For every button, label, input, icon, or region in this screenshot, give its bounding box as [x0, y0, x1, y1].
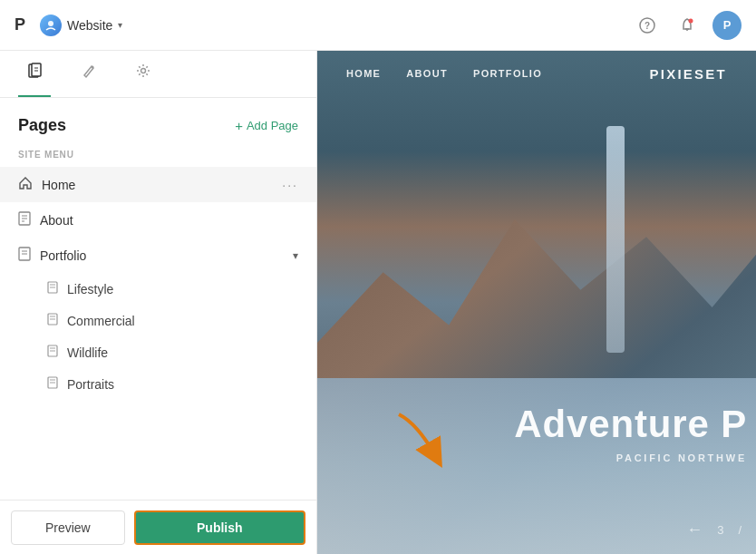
- sidebar-bottom: Preview Publish: [0, 500, 316, 554]
- preview-background: HOME ABOUT PORTFOLIO PIXIESET Adventure …: [317, 51, 756, 554]
- preview-area: HOME ABOUT PORTFOLIO PIXIESET Adventure …: [317, 51, 756, 554]
- chevron-down-icon: ▾: [118, 20, 122, 30]
- preview-brand: PIXIESET: [649, 66, 727, 82]
- sidebar-content: Pages + Add Page SITE MENU Home ···: [0, 98, 316, 500]
- preview-controls: ← 3 /: [686, 520, 741, 539]
- top-bar: P Website ▾ ? P: [0, 0, 756, 51]
- plus-icon: +: [235, 118, 243, 133]
- preview-nav-about: ABOUT: [406, 68, 448, 79]
- user-avatar-button[interactable]: P: [712, 11, 741, 40]
- add-page-button[interactable]: + Add Page: [235, 118, 298, 133]
- tab-settings[interactable]: [127, 51, 160, 97]
- site-name-label: Website: [67, 18, 112, 33]
- commercial-label: Commercial: [67, 314, 135, 328]
- site-name-button[interactable]: Website ▾: [40, 15, 122, 36]
- commercial-page-icon: [47, 313, 58, 328]
- style-tab-icon: [81, 63, 97, 83]
- lifestyle-page-icon: [47, 281, 58, 296]
- page-slash: /: [738, 523, 741, 537]
- portfolio-label: Portfolio: [40, 248, 287, 263]
- sidebar-title: Pages: [18, 116, 66, 135]
- tab-pages[interactable]: [18, 51, 51, 97]
- svg-text:?: ?: [645, 21, 650, 31]
- pages-tab-icon: [26, 63, 43, 83]
- add-page-label: Add Page: [247, 119, 298, 132]
- nav-item-portfolio[interactable]: Portfolio ▾: [0, 238, 316, 273]
- preview-nav-portfolio: PORTFOLIO: [473, 68, 542, 79]
- preview-nav: HOME ABOUT PORTFOLIO PIXIESET: [317, 51, 756, 96]
- settings-tab-icon: [135, 63, 151, 83]
- sidebar-header: Pages + Add Page: [0, 116, 316, 150]
- sub-nav-item-lifestyle[interactable]: Lifestyle: [0, 273, 316, 305]
- portfolio-dropdown-icon[interactable]: ▾: [293, 249, 298, 262]
- waterfall-shape: [606, 126, 625, 353]
- portraits-label: Portraits: [67, 377, 114, 392]
- preview-hero-subtitle: PACIFIC NORTHWE: [514, 452, 747, 463]
- site-menu-label: SITE MENU: [0, 150, 316, 167]
- sidebar: Pages + Add Page SITE MENU Home ···: [0, 51, 317, 554]
- help-button[interactable]: ?: [633, 11, 662, 40]
- portraits-page-icon: [47, 376, 58, 392]
- nav-item-about[interactable]: About: [0, 202, 316, 238]
- nav-item-home[interactable]: Home ···: [0, 167, 316, 202]
- svg-point-11: [141, 69, 146, 73]
- site-icon: [40, 15, 62, 36]
- preview-button[interactable]: Preview: [11, 510, 125, 545]
- sub-nav-item-wildlife[interactable]: Wildlife: [0, 336, 316, 368]
- app-logo: P: [15, 15, 25, 34]
- svg-rect-7: [32, 63, 41, 76]
- svg-point-10: [92, 66, 94, 69]
- wildlife-page-icon: [47, 345, 58, 360]
- home-icon: [18, 176, 33, 193]
- svg-point-0: [48, 21, 53, 26]
- preview-nav-home: HOME: [346, 68, 381, 79]
- sub-nav-item-commercial[interactable]: Commercial: [0, 305, 316, 336]
- lifestyle-label: Lifestyle: [67, 282, 113, 296]
- portfolio-page-icon: [18, 247, 31, 264]
- preview-hero-title: Adventure P: [514, 403, 747, 445]
- sidebar-tabs: [0, 51, 316, 98]
- notifications-button[interactable]: [673, 11, 702, 40]
- preview-nav-links: HOME ABOUT PORTFOLIO: [346, 68, 542, 79]
- prev-arrow-icon[interactable]: ←: [686, 520, 703, 539]
- page-number: 3: [717, 523, 723, 537]
- about-label: About: [40, 213, 298, 228]
- main-layout: Pages + Add Page SITE MENU Home ···: [0, 51, 756, 554]
- home-more-icon[interactable]: ···: [282, 178, 298, 192]
- tab-style[interactable]: [73, 51, 105, 97]
- about-page-icon: [18, 211, 31, 228]
- wildlife-label: Wildlife: [67, 345, 108, 360]
- preview-hero: Adventure P PACIFIC NORTHWE: [514, 403, 747, 463]
- svg-point-5: [689, 18, 693, 23]
- home-label: Home: [42, 178, 282, 192]
- publish-button[interactable]: Publish: [134, 510, 305, 545]
- sub-nav-item-portraits[interactable]: Portraits: [0, 368, 316, 400]
